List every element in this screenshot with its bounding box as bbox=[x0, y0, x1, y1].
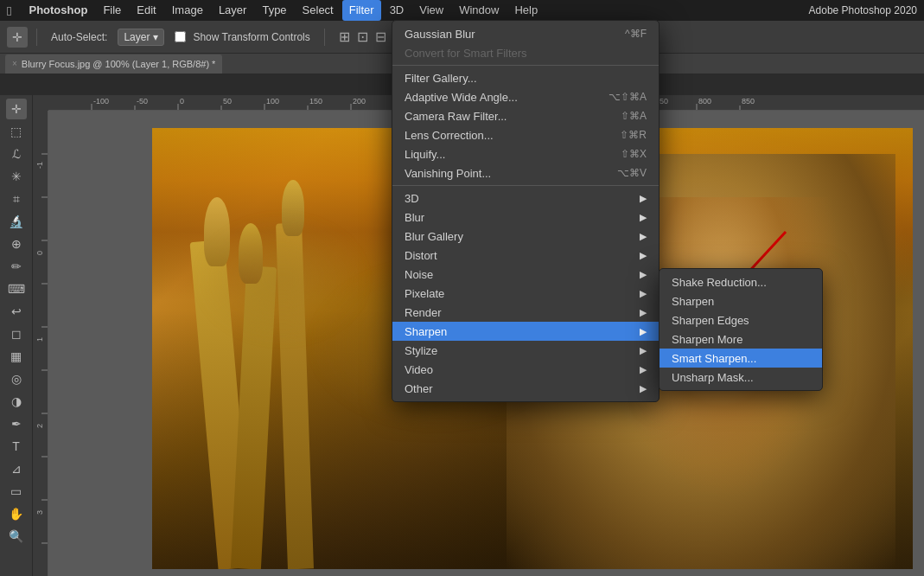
separator-1 bbox=[36, 29, 37, 46]
separator-filter-2 bbox=[392, 185, 659, 186]
separator-2 bbox=[324, 29, 325, 46]
tab-title: Blurry Focus.jpg @ 100% (Layer 1, RGB/8#… bbox=[22, 59, 216, 69]
path-tool[interactable]: ⊿ bbox=[6, 458, 27, 479]
filter-dropdown-menu: Gaussian Blur ^⌘F Convert for Smart Filt… bbox=[392, 20, 660, 402]
menu-item-adaptive-wide[interactable]: Adaptive Wide Angle... ⌥⇧⌘A bbox=[392, 87, 659, 106]
separator-filter-1 bbox=[392, 65, 659, 66]
menu-item-video[interactable]: Video ▶ bbox=[392, 360, 659, 379]
menu-window[interactable]: Window bbox=[452, 0, 506, 21]
menu-item-render[interactable]: Render ▶ bbox=[392, 303, 659, 322]
submenu-item-sharpen[interactable]: Sharpen bbox=[660, 291, 822, 310]
menu-filter[interactable]: Filter bbox=[342, 0, 381, 21]
apple-menu[interactable]:  bbox=[7, 3, 11, 18]
history-brush-tool[interactable]: ↩ bbox=[6, 301, 27, 322]
svg-text:850: 850 bbox=[742, 97, 755, 106]
menu-help[interactable]: Help bbox=[507, 0, 545, 21]
gradient-tool[interactable]: ▦ bbox=[6, 346, 27, 367]
shape-tool[interactable]: ▭ bbox=[6, 481, 27, 502]
magic-wand-tool[interactable]: ✳ bbox=[6, 166, 27, 187]
menu-item-filter-gallery[interactable]: Filter Gallery... bbox=[392, 68, 659, 87]
marquee-tool[interactable]: ⬚ bbox=[6, 121, 27, 142]
eyedropper-tool[interactable]: 🔬 bbox=[6, 211, 27, 232]
submenu-item-sharpen-more[interactable]: Sharpen More bbox=[660, 330, 822, 349]
menu-type[interactable]: Type bbox=[255, 0, 293, 21]
sharpen-submenu: Shake Reduction... Sharpen Sharpen Edges… bbox=[659, 268, 823, 391]
move-tool-icon[interactable]: ✛ bbox=[7, 27, 28, 48]
svg-text:3: 3 bbox=[35, 510, 44, 515]
crop-tool[interactable]: ⌗ bbox=[6, 189, 27, 209]
svg-text:100: 100 bbox=[266, 97, 279, 106]
svg-text:2: 2 bbox=[35, 424, 44, 428]
brush-tool[interactable]: ✏ bbox=[6, 256, 27, 277]
svg-text:-100: -100 bbox=[93, 97, 109, 106]
layer-dropdown[interactable]: Layer ▾ bbox=[118, 29, 164, 46]
menu-item-blur-gallery[interactable]: Blur Gallery ▶ bbox=[392, 227, 659, 246]
svg-text:50: 50 bbox=[223, 97, 232, 106]
healing-brush-tool[interactable]: ⊕ bbox=[6, 234, 27, 254]
svg-text:200: 200 bbox=[353, 97, 366, 106]
menu-item-lens-correction[interactable]: Lens Correction... ⇧⌘R bbox=[392, 125, 659, 144]
menu-edit[interactable]: Edit bbox=[130, 0, 162, 21]
svg-text:800: 800 bbox=[698, 97, 711, 106]
svg-rect-29 bbox=[33, 111, 48, 576]
svg-text:0: 0 bbox=[35, 251, 44, 255]
menu-item-blur[interactable]: Blur ▶ bbox=[392, 208, 659, 227]
show-transform-checkbox[interactable]: Show Transform Controls bbox=[169, 29, 315, 46]
eraser-tool[interactable]: ◻ bbox=[6, 323, 27, 344]
menu-layer[interactable]: Layer bbox=[212, 0, 254, 21]
submenu-item-sharpen-edges[interactable]: Sharpen Edges bbox=[660, 310, 822, 330]
menu-item-noise[interactable]: Noise ▶ bbox=[392, 265, 659, 284]
type-tool[interactable]: T bbox=[6, 436, 27, 457]
transform-checkbox-input[interactable] bbox=[175, 31, 186, 42]
menu-bar-right: Adobe Photoshop 2020 bbox=[809, 4, 917, 16]
menu-bar:  Photoshop File Edit Image Layer Type S… bbox=[0, 0, 924, 21]
menu-select[interactable]: Select bbox=[296, 0, 341, 21]
menu-photoshop[interactable]: Photoshop bbox=[22, 0, 94, 21]
zoom-tool[interactable]: 🔍 bbox=[6, 526, 27, 547]
auto-select-label: Auto-Select: bbox=[46, 29, 112, 46]
menu-item-other[interactable]: Other ▶ bbox=[392, 379, 659, 398]
menu-view[interactable]: View bbox=[412, 0, 450, 21]
menu-item-camera-raw[interactable]: Camera Raw Filter... ⇧⌘A bbox=[392, 106, 659, 125]
svg-text:-50: -50 bbox=[137, 97, 148, 106]
svg-text:0: 0 bbox=[180, 97, 184, 106]
move-tool[interactable]: ✛ bbox=[6, 99, 27, 119]
app-title: Adobe Photoshop 2020 bbox=[809, 4, 917, 16]
tab-close-btn[interactable]: × bbox=[12, 59, 17, 68]
lasso-tool[interactable]: ℒ bbox=[6, 144, 27, 164]
svg-text:150: 150 bbox=[309, 97, 322, 106]
document-tab[interactable]: × Blurry Focus.jpg @ 100% (Layer 1, RGB/… bbox=[5, 54, 222, 74]
menu-file[interactable]: File bbox=[96, 0, 128, 21]
menu-item-distort[interactable]: Distort ▶ bbox=[392, 246, 659, 265]
ruler-corner bbox=[33, 95, 48, 111]
pen-tool[interactable]: ✒ bbox=[6, 413, 27, 434]
menu-item-3d[interactable]: 3D ▶ bbox=[392, 189, 659, 208]
menu-item-stylize[interactable]: Stylize ▶ bbox=[392, 341, 659, 360]
svg-text:-1: -1 bbox=[35, 162, 44, 169]
svg-text:1: 1 bbox=[35, 337, 44, 342]
menu-item-sharpen[interactable]: Sharpen ▶ bbox=[392, 322, 659, 341]
blur-tool[interactable]: ◎ bbox=[6, 368, 27, 389]
clone-tool[interactable]: ⌨ bbox=[6, 278, 27, 299]
submenu-item-smart-sharpen[interactable]: Smart Sharpen... bbox=[660, 349, 822, 368]
left-toolbar: ✛ ⬚ ℒ ✳ ⌗ 🔬 ⊕ ✏ ⌨ ↩ ◻ ▦ ◎ ◑ ✒ T ⊿ ▭ ✋ 🔍 bbox=[0, 95, 33, 576]
submenu-item-unsharp-mask[interactable]: Unsharp Mask... bbox=[660, 368, 822, 387]
menu-image[interactable]: Image bbox=[165, 0, 210, 21]
menu-item-vanishing-point[interactable]: Vanishing Point... ⌥⌘V bbox=[392, 163, 659, 182]
dodge-tool[interactable]: ◑ bbox=[6, 391, 27, 412]
menu-item-gaussian-blur[interactable]: Gaussian Blur ^⌘F bbox=[392, 24, 659, 43]
menu-item-pixelate[interactable]: Pixelate ▶ bbox=[392, 284, 659, 303]
menu-item-liquify[interactable]: Liquify... ⇧⌘X bbox=[392, 144, 659, 163]
menu-bar-items: Photoshop File Edit Image Layer Type Sel… bbox=[22, 0, 545, 21]
submenu-item-shake-reduction[interactable]: Shake Reduction... bbox=[660, 272, 822, 291]
menu-3d[interactable]: 3D bbox=[383, 0, 411, 21]
menu-item-convert-smart: Convert for Smart Filters bbox=[392, 43, 659, 62]
ruler-vertical: -1 0 1 2 3 bbox=[33, 111, 48, 576]
hand-tool[interactable]: ✋ bbox=[6, 503, 27, 524]
